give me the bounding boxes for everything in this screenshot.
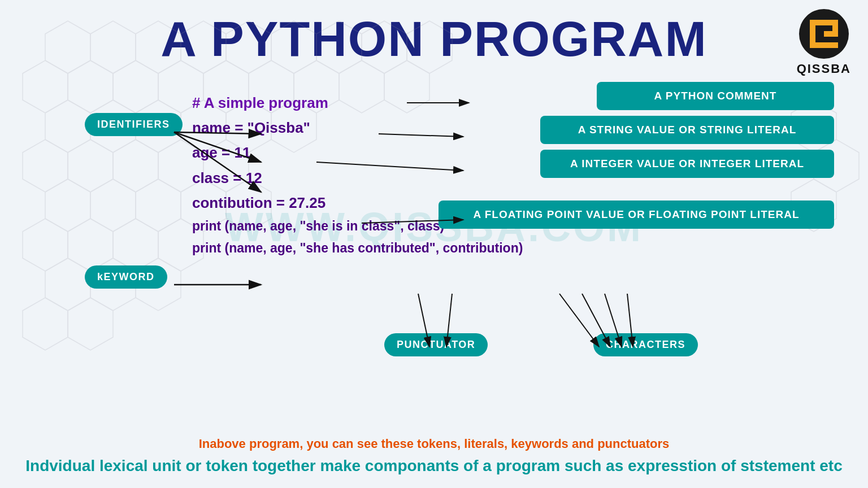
- comment-infobox: A PYTHON COMMENT: [597, 82, 834, 110]
- keyword-badge: kEYWORD: [85, 265, 167, 289]
- bottom-line1: Inabove program, you can see these token…: [0, 437, 868, 451]
- string-infobox: A STRING VALUE OR STRING LITERAL: [540, 116, 834, 144]
- bottom-line2: Indvidual lexical unit or token together…: [0, 455, 868, 477]
- svg-marker-5: [271, 21, 316, 73]
- svg-marker-0: [45, 21, 90, 73]
- bottom-text: Inabove program, you can see these token…: [0, 437, 868, 477]
- svg-marker-8: [407, 21, 452, 73]
- code-line3: class = 12: [192, 165, 523, 190]
- logo: QISSBA: [797, 8, 851, 76]
- svg-marker-6: [316, 21, 362, 73]
- code-block: # A simple program name = "Qissba" age =…: [192, 90, 523, 259]
- identifiers-badge: IDENTIFIERS: [85, 113, 183, 136]
- float-infobox: A FLOATING POINT VALUE OR FLOATING POINT…: [439, 201, 834, 229]
- code-comment: # A simple program: [192, 90, 523, 115]
- svg-line-60: [559, 294, 599, 347]
- code-line2: age = 11: [192, 140, 523, 165]
- svg-marker-3: [181, 21, 226, 73]
- code-line1: name = "Qissba": [192, 115, 523, 140]
- integer-infobox: A INTEGER VALUE OR INTEGER LITERAL: [540, 150, 834, 178]
- svg-marker-1: [90, 21, 136, 73]
- svg-marker-4: [226, 21, 271, 73]
- diagram: WWW.QISSBA.COM # A simple program name =…: [0, 79, 868, 375]
- characters-badge: CHARACTERS: [593, 333, 698, 356]
- svg-marker-7: [362, 21, 407, 73]
- code-line6: print (name, age, "she has contributed",…: [192, 237, 523, 259]
- punctuator-badge: PUNCTUATOR: [384, 333, 488, 356]
- svg-marker-2: [136, 21, 181, 73]
